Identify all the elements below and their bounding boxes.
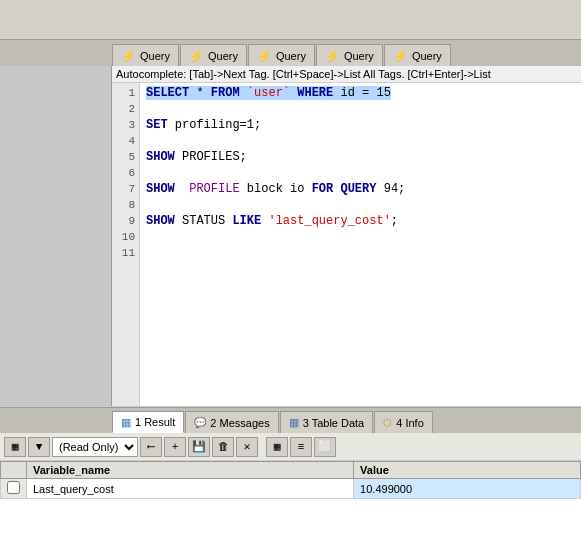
code-line-2 — [146, 101, 575, 117]
messages-tab-label: 2 Messages — [210, 417, 269, 429]
tab-result[interactable]: ▦ 1 Result — [112, 411, 184, 433]
table-header-row: Variable_name Value — [1, 462, 581, 479]
code-line-4 — [146, 133, 575, 149]
toolbar-btn-1[interactable]: ⟵ — [140, 437, 162, 457]
tab-messages[interactable]: 💬 2 Messages — [185, 411, 278, 433]
table-row: Last_query_cost 10.499000 — [1, 479, 581, 499]
toolbar-menu-btn[interactable]: ▼ — [28, 437, 50, 457]
tabledata-tab-icon: ▦ — [289, 416, 299, 429]
code-line-9: SHOW STATUS LIKE 'last_query_cost'; — [146, 213, 575, 229]
code-line-7: SHOW PROFILE block io FOR QUERY 94; — [146, 181, 575, 197]
code-editor[interactable]: SELECT * FROM `user` WHERE id = 15 SET p… — [140, 83, 581, 406]
line-numbers: 1 2 3 4 5 6 7 8 9 10 11 — [112, 83, 140, 406]
toolbar-btn-2[interactable]: + — [164, 437, 186, 457]
result-toolbar: ▦ ▼ (Read Only) ⟵ + 💾 🗑 ✕ ▦ ≡ ⬜ — [0, 433, 581, 461]
cell-variable-name: Last_query_cost — [27, 479, 354, 499]
code-line-11 — [146, 245, 575, 261]
tab-info[interactable]: ⬡ 4 Info — [374, 411, 433, 433]
code-line-5: SHOW PROFILES; — [146, 149, 575, 165]
tab-query-1[interactable]: ⚡ Query — [112, 44, 179, 66]
toolbar-btn-3[interactable]: ✕ — [236, 437, 258, 457]
tab-query-3-label: Query — [276, 50, 306, 62]
sidebar-panel — [0, 66, 112, 406]
tab-query-5[interactable]: ⚡ Query — [384, 44, 451, 66]
header-checkbox-col — [1, 462, 27, 479]
tab-query-2-label: Query — [208, 50, 238, 62]
result-tab-label: 1 Result — [135, 416, 175, 428]
toolbar-columns-btn[interactable]: ▦ — [266, 437, 288, 457]
editor-container: Autocomplete: [Tab]->Next Tag. [Ctrl+Spa… — [112, 66, 581, 406]
result-table-container: Variable_name Value Last_query_cost 10.4… — [0, 461, 581, 540]
code-line-3: SET profiling=1; — [146, 117, 575, 133]
header-variable-name: Variable_name — [27, 462, 354, 479]
result-table: Variable_name Value Last_query_cost 10.4… — [0, 461, 581, 499]
query-tab-icon-1: ⚡ — [121, 49, 136, 63]
tab-query-3[interactable]: ⚡ Query — [248, 44, 315, 66]
tab-query-4[interactable]: ⚡ Query — [316, 44, 383, 66]
query-tab-icon-3: ⚡ — [257, 49, 272, 63]
toolbar-save-btn[interactable]: 💾 — [188, 437, 210, 457]
code-area: 1 2 3 4 5 6 7 8 9 10 11 SELECT * FROM `u… — [112, 83, 581, 406]
header-value: Value — [354, 462, 581, 479]
bottom-tab-bar: ▦ 1 Result 💬 2 Messages ▦ 3 Table Data ⬡… — [0, 407, 581, 433]
info-tab-label: 4 Info — [396, 417, 424, 429]
top-bar — [0, 0, 581, 40]
query-tab-bar: ⚡ Query ⚡ Query ⚡ Query ⚡ Query ⚡ Query — [0, 40, 581, 66]
row-checkbox-input[interactable] — [7, 481, 20, 494]
code-line-6 — [146, 165, 575, 181]
main-editor-area: Autocomplete: [Tab]->Next Tag. [Ctrl+Spa… — [0, 66, 581, 406]
cell-value: 10.499000 — [354, 479, 581, 499]
toolbar-export-btn[interactable]: ⬜ — [314, 437, 336, 457]
tab-query-4-label: Query — [344, 50, 374, 62]
messages-tab-icon: 💬 — [194, 417, 206, 428]
code-line-8 — [146, 197, 575, 213]
tab-query-1-label: Query — [140, 50, 170, 62]
tab-query-5-label: Query — [412, 50, 442, 62]
tabledata-tab-label: 3 Table Data — [303, 417, 365, 429]
toolbar-grid-btn[interactable]: ▦ — [4, 437, 26, 457]
result-panel: ▦ 1 Result 💬 2 Messages ▦ 3 Table Data ⬡… — [0, 406, 581, 540]
tab-table-data[interactable]: ▦ 3 Table Data — [280, 411, 374, 433]
toolbar-rows-btn[interactable]: ≡ — [290, 437, 312, 457]
autocomplete-bar: Autocomplete: [Tab]->Next Tag. [Ctrl+Spa… — [112, 66, 581, 83]
code-line-1: SELECT * FROM `user` WHERE id = 15 — [146, 85, 575, 101]
tab-query-2[interactable]: ⚡ Query — [180, 44, 247, 66]
row-checkbox[interactable] — [1, 479, 27, 499]
result-tab-icon: ▦ — [121, 416, 131, 429]
code-line-10 — [146, 229, 575, 245]
read-only-select[interactable]: (Read Only) — [52, 437, 138, 457]
query-tab-icon-5: ⚡ — [393, 49, 408, 63]
query-tab-icon-2: ⚡ — [189, 49, 204, 63]
query-tab-icon-4: ⚡ — [325, 49, 340, 63]
info-tab-icon: ⬡ — [383, 417, 392, 428]
toolbar-delete-btn[interactable]: 🗑 — [212, 437, 234, 457]
